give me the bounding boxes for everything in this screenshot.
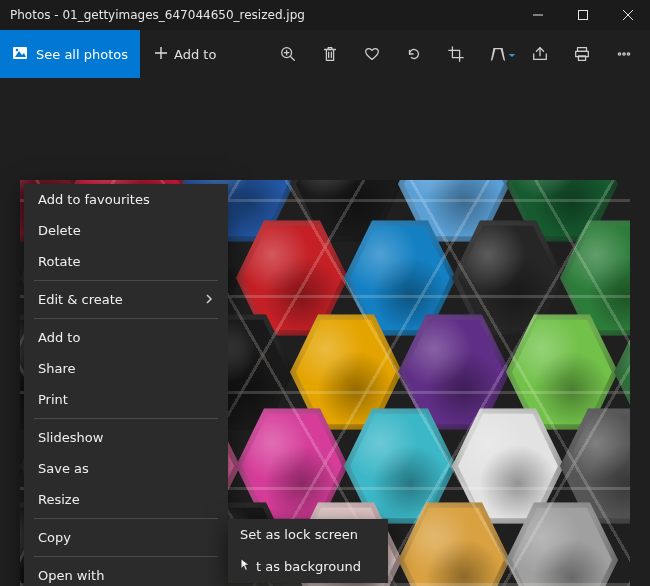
window-controls — [515, 0, 650, 30]
ctx-label: Add to — [38, 330, 80, 345]
ctx-separator — [34, 556, 218, 557]
hex-cell — [506, 496, 618, 586]
ctx-copy[interactable]: Copy — [24, 522, 228, 553]
ctx-label: Edit & create — [38, 292, 123, 307]
ctx-label: Resize — [38, 492, 80, 507]
minimize-button[interactable] — [515, 0, 560, 30]
ctx-print[interactable]: Print — [24, 384, 228, 415]
ctx-label: Delete — [38, 223, 81, 238]
toolbar-icons — [268, 34, 650, 74]
ctx-label: Rotate — [38, 254, 81, 269]
sub-label: t as background — [256, 559, 361, 574]
ctx-label: Save as — [38, 461, 89, 476]
ctx-open-with[interactable]: Open with — [24, 560, 228, 586]
crop-button[interactable] — [436, 34, 476, 74]
svg-point-9 — [623, 53, 625, 55]
hex-cell — [398, 496, 510, 586]
ctx-rotate[interactable]: Rotate — [24, 246, 228, 277]
ctx-label: Slideshow — [38, 430, 103, 445]
ctx-label: Add to favourites — [38, 192, 150, 207]
toolbar: See all photos Add to — [0, 30, 650, 78]
sub-set-background[interactable]: t as background — [228, 550, 388, 583]
cursor-icon — [240, 558, 252, 575]
ctx-separator — [34, 280, 218, 281]
plus-icon — [154, 46, 168, 63]
sub-set-lock-screen[interactable]: Set as lock screen — [228, 519, 388, 550]
ctx-separator — [34, 518, 218, 519]
ctx-label: Share — [38, 361, 76, 376]
ctx-delete[interactable]: Delete — [24, 215, 228, 246]
add-to-button[interactable]: Add to — [140, 30, 230, 78]
favourite-button[interactable] — [352, 34, 392, 74]
add-to-label: Add to — [174, 47, 216, 62]
svg-rect-0 — [578, 11, 587, 20]
chevron-right-icon — [204, 292, 214, 307]
svg-point-10 — [627, 53, 629, 55]
ctx-separator — [34, 418, 218, 419]
ctx-separator — [34, 318, 218, 319]
chevron-down-icon — [508, 45, 516, 64]
zoom-button[interactable] — [268, 34, 308, 74]
delete-button[interactable] — [310, 34, 350, 74]
maximize-button[interactable] — [560, 0, 605, 30]
ctx-save-as[interactable]: Save as — [24, 453, 228, 484]
ctx-edit-create[interactable]: Edit & create — [24, 284, 228, 315]
more-button[interactable] — [604, 34, 644, 74]
ctx-label: Open with — [38, 568, 104, 583]
see-all-photos-label: See all photos — [36, 47, 128, 62]
ctx-label: Print — [38, 392, 68, 407]
svg-point-8 — [618, 53, 620, 55]
ctx-resize[interactable]: Resize — [24, 484, 228, 515]
sub-label: Set as lock screen — [240, 527, 358, 542]
window-title: Photos - 01_gettyimages_647044650_resize… — [0, 8, 515, 22]
print-button[interactable] — [562, 34, 602, 74]
ctx-slideshow[interactable]: Slideshow — [24, 422, 228, 453]
title-bar: Photos - 01_gettyimages_647044650_resize… — [0, 0, 650, 30]
close-button[interactable] — [605, 0, 650, 30]
svg-point-3 — [16, 48, 19, 51]
ctx-add-to[interactable]: Add to — [24, 322, 228, 353]
photo-icon — [12, 45, 28, 64]
ctx-share[interactable]: Share — [24, 353, 228, 384]
rotate-button[interactable] — [394, 34, 434, 74]
share-button[interactable] — [520, 34, 560, 74]
see-all-photos-button[interactable]: See all photos — [0, 30, 140, 78]
ctx-label: Copy — [38, 530, 71, 545]
draw-button[interactable] — [478, 34, 518, 74]
set-as-submenu: Set as lock screen t as background — [228, 519, 388, 583]
context-menu: Add to favourites Delete Rotate Edit & c… — [24, 184, 228, 586]
ctx-add-favourites[interactable]: Add to favourites — [24, 184, 228, 215]
